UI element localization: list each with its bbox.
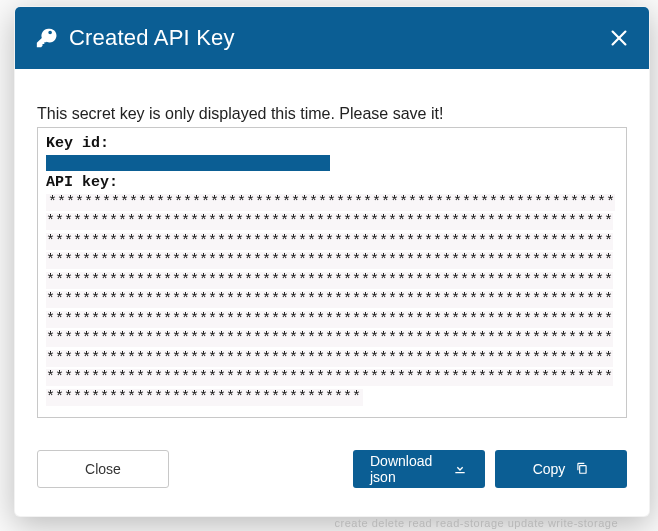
apikey-value: ****************************************…	[46, 194, 615, 406]
copy-icon	[575, 461, 589, 478]
api-key-modal: Created API Key This secret key is only …	[14, 6, 650, 517]
key-display-box: Key id: API key: ***********************…	[37, 127, 627, 418]
close-button-label: Close	[85, 461, 121, 477]
keyid-value-redacted	[46, 155, 330, 171]
modal-header: Created API Key	[15, 7, 649, 69]
background-hint-right: create delete read read-storage update w…	[335, 517, 618, 529]
warning-text: This secret key is only displayed this t…	[37, 105, 627, 123]
key-icon	[35, 27, 57, 49]
close-icon	[608, 27, 630, 49]
download-icon	[452, 460, 468, 479]
svg-rect-2	[580, 465, 586, 473]
modal-title: Created API Key	[69, 25, 235, 51]
download-button-label: Download json	[370, 453, 442, 485]
apikey-label: API key:	[46, 174, 118, 191]
close-modal-button[interactable]: Close	[37, 450, 169, 488]
copy-button[interactable]: Copy	[495, 450, 627, 488]
keyid-label: Key id:	[46, 135, 109, 152]
modal-footer: Close Download json Copy	[15, 432, 649, 516]
modal-body: This secret key is only displayed this t…	[15, 69, 649, 432]
download-json-button[interactable]: Download json	[353, 450, 485, 488]
close-button[interactable]	[603, 22, 635, 54]
copy-button-label: Copy	[533, 461, 566, 477]
